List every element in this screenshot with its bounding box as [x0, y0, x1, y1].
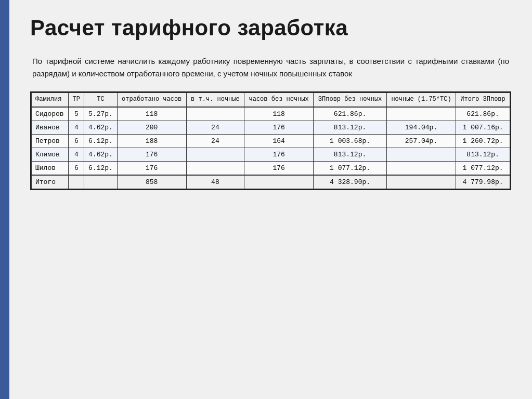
table-cell: 4.62р.	[84, 148, 117, 161]
table-cell: 6	[69, 134, 84, 148]
main-content: Расчет тарифного заработка По тарифной с…	[9, 0, 532, 399]
table-row: Климов44.62р.176176813.12р.813.12р.	[32, 148, 510, 161]
table-cell: 1 003.68р.	[314, 134, 387, 148]
total-cell: 858	[117, 175, 186, 189]
table-cell: 164	[244, 134, 314, 148]
table-cell	[186, 107, 244, 121]
table-cell: 1 007.16р.	[456, 121, 510, 134]
table-cell: 4	[69, 148, 84, 161]
total-row: Итого858484 328.90р.4 779.98р.	[32, 175, 510, 189]
total-cell	[386, 175, 456, 189]
table-body: Сидоров55.27р.118118621.86р.621.86р.Иван…	[32, 107, 510, 189]
table-cell: 621.86р.	[456, 107, 510, 121]
col-header-ts: ТС	[84, 93, 117, 107]
col-header-tr: ТР	[69, 93, 84, 107]
col-header-night: в т.ч. ночные	[186, 93, 244, 107]
table-cell	[386, 107, 456, 121]
col-header-familiya: Фамилия	[32, 93, 69, 107]
table-cell: 176	[117, 161, 186, 175]
table-cell: 813.12р.	[314, 121, 387, 134]
table-cell: 194.04р.	[386, 121, 456, 134]
table-cell	[386, 161, 456, 175]
table-cell: 188	[117, 134, 186, 148]
total-cell: 4 328.90р.	[314, 175, 387, 189]
table-cell: 176	[244, 148, 314, 161]
table-cell: Шилов	[32, 161, 69, 175]
col-header-without-night: часов без ночных	[244, 93, 314, 107]
table-cell: 1 260.72р.	[456, 134, 510, 148]
table-cell: 813.12р.	[456, 148, 510, 161]
col-header-night-coeff: ночные (1.75*ТС)	[386, 93, 456, 107]
table-cell: 1 077.12р.	[456, 161, 510, 175]
table-cell: 6.12р.	[84, 134, 117, 148]
table-cell: 5.27р.	[84, 107, 117, 121]
total-cell: 4 779.98р.	[456, 175, 510, 189]
table-cell: Петров	[32, 134, 69, 148]
table-row: Сидоров55.27р.118118621.86р.621.86р.	[32, 107, 510, 121]
col-header-zp-without-night: ЗПповр без ночных	[314, 93, 387, 107]
table-cell: 200	[117, 121, 186, 134]
table-cell	[186, 161, 244, 175]
col-header-total: Итого ЗПповр	[456, 93, 510, 107]
salary-table: Фамилия ТР ТС отработано часов в т.ч. но…	[31, 92, 510, 189]
total-cell	[69, 175, 84, 189]
table-cell: 1 077.12р.	[314, 161, 387, 175]
table-cell: 257.04р.	[386, 134, 456, 148]
table-cell: 24	[186, 121, 244, 134]
table-row: Петров66.12р.188241641 003.68р.257.04р.1…	[32, 134, 510, 148]
total-cell	[244, 175, 314, 189]
total-cell	[84, 175, 117, 189]
table-cell: 118	[117, 107, 186, 121]
table-row: Иванов44.62р.20024176813.12р.194.04р.1 0…	[32, 121, 510, 134]
table-cell	[386, 148, 456, 161]
page-title: Расчет тарифного заработка	[30, 16, 511, 41]
table-row: Шилов66.12р.1761761 077.12р.1 077.12р.	[32, 161, 510, 175]
table-cell: 621.86р.	[314, 107, 387, 121]
table-cell: 4.62р.	[84, 121, 117, 134]
left-accent-bar	[0, 0, 9, 399]
total-cell: Итого	[32, 175, 69, 189]
table-header-row: Фамилия ТР ТС отработано часов в т.ч. но…	[32, 93, 510, 107]
data-table-wrapper: Фамилия ТР ТС отработано часов в т.ч. но…	[30, 91, 511, 190]
description-text: По тарифной системе начислить каждому ра…	[30, 55, 511, 80]
table-cell: Сидоров	[32, 107, 69, 121]
col-header-hours: отработано часов	[117, 93, 186, 107]
table-cell: 6.12р.	[84, 161, 117, 175]
table-cell	[186, 148, 244, 161]
table-cell: 176	[117, 148, 186, 161]
table-cell: 118	[244, 107, 314, 121]
table-cell: 24	[186, 134, 244, 148]
table-cell: 6	[69, 161, 84, 175]
table-cell: 5	[69, 107, 84, 121]
total-cell: 48	[186, 175, 244, 189]
table-cell: 813.12р.	[314, 148, 387, 161]
table-cell: 176	[244, 161, 314, 175]
table-cell: Иванов	[32, 121, 69, 134]
table-cell: Климов	[32, 148, 69, 161]
table-cell: 176	[244, 121, 314, 134]
table-cell: 4	[69, 121, 84, 134]
